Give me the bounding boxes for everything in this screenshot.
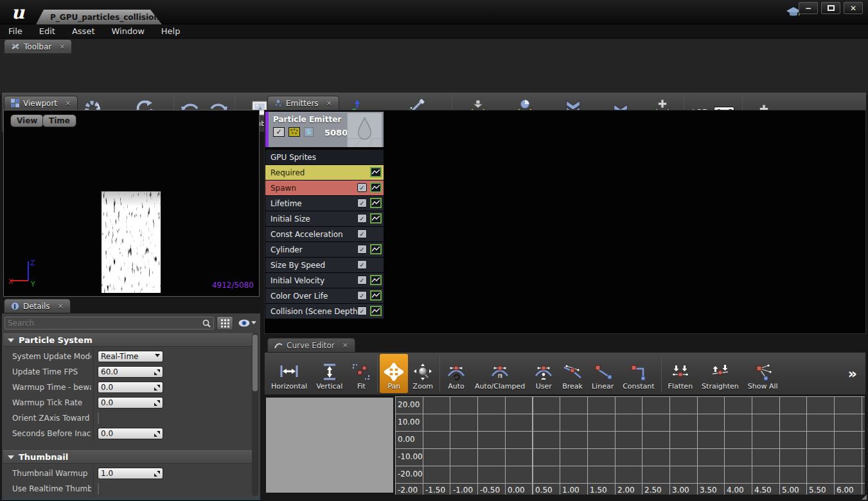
- window-close-button[interactable]: ✕: [844, 2, 863, 14]
- menu-window[interactable]: Window: [103, 26, 153, 36]
- time-menu-button[interactable]: Time: [42, 114, 76, 127]
- close-icon[interactable]: ×: [342, 341, 348, 349]
- module-enabled-checkbox[interactable]: [357, 306, 367, 315]
- system-update-mode-dropdown[interactable]: Real-Time: [98, 351, 163, 362]
- module-color-over-life[interactable]: Color Over Life: [265, 288, 384, 303]
- resize-grip[interactable]: [862, 495, 867, 500]
- module-size-by-speed[interactable]: Size By Speed: [265, 258, 384, 272]
- module-collision-scene-depth[interactable]: Collision (Scene Depth): [265, 304, 384, 319]
- emitter-enabled-checkbox[interactable]: [273, 127, 285, 137]
- menu-help[interactable]: Help: [153, 26, 189, 36]
- menu-file[interactable]: File: [0, 26, 31, 36]
- curve-editor-overflow-button[interactable]: »: [842, 365, 864, 382]
- module-cylinder[interactable]: Cylinder: [265, 242, 384, 257]
- module-enabled-checkbox[interactable]: [357, 245, 367, 254]
- curve-auto-button[interactable]: Auto: [442, 354, 470, 393]
- curve-auto-clamped-button[interactable]: E Auto/Clamped: [470, 354, 529, 393]
- curve-graph-icon[interactable]: [370, 244, 382, 254]
- y-axis-label: -10.00: [398, 452, 423, 461]
- curve-graph-icon[interactable]: [370, 306, 382, 316]
- module-lifetime[interactable]: Lifetime: [265, 196, 384, 211]
- curve-graph-icon[interactable]: [370, 198, 382, 208]
- spinbox-drag-icon[interactable]: [154, 400, 160, 406]
- orient-zaxis-checkbox[interactable]: [98, 413, 99, 423]
- search-field[interactable]: [4, 317, 214, 330]
- module-enabled-checkbox[interactable]: [357, 276, 367, 285]
- curve-graph-icon[interactable]: [370, 182, 382, 193]
- module-enabled-checkbox[interactable]: [357, 229, 367, 238]
- module-spawn[interactable]: Spawn: [265, 180, 384, 195]
- close-icon[interactable]: ×: [65, 99, 71, 107]
- toolbar-tab[interactable]: Toolbar ×: [4, 39, 72, 53]
- tangent-auto-clamped-icon: E: [490, 363, 509, 381]
- close-icon[interactable]: ×: [58, 302, 64, 310]
- module-const-acceleration[interactable]: Const Acceleration: [265, 227, 384, 242]
- curve-linear-button[interactable]: Linear: [587, 354, 618, 393]
- curve-show-all-button[interactable]: Show All: [743, 354, 783, 393]
- category-thumbnail[interactable]: Thumbnail: [3, 450, 254, 464]
- curve-straighten-button[interactable]: Straighten: [697, 354, 743, 393]
- view-menu-button[interactable]: View: [10, 114, 44, 127]
- module-initial-size[interactable]: Initial Size: [265, 211, 384, 226]
- spinbox-drag-icon[interactable]: [154, 431, 160, 437]
- curve-constant-button[interactable]: Constant: [618, 354, 659, 393]
- curve-fit-button[interactable]: Fit: [347, 354, 375, 393]
- curve-grid[interactable]: 20.00 10.00 0.00 -10.00 -20.00 -2.00 -1.…: [395, 396, 865, 495]
- close-icon[interactable]: ×: [59, 42, 65, 51]
- module-enabled-checkbox[interactable]: [357, 260, 367, 269]
- property-matrix-button[interactable]: [217, 316, 233, 330]
- asset-tab[interactable]: P_GPU_particles_collision ×: [36, 10, 162, 24]
- details-tab[interactable]: i Details ×: [4, 299, 71, 313]
- close-icon[interactable]: ×: [326, 99, 332, 107]
- module-enabled-checkbox[interactable]: [357, 183, 367, 192]
- window-minimize-button[interactable]: −: [799, 2, 818, 14]
- module-enabled-checkbox[interactable]: [357, 214, 367, 223]
- menu-asset[interactable]: Asset: [64, 26, 103, 36]
- warmup-time-spinbox[interactable]: 0.0: [98, 382, 163, 393]
- emitter-material-thumbnail[interactable]: [347, 113, 382, 147]
- curve-track-list[interactable]: [265, 397, 394, 493]
- module-enabled-checkbox[interactable]: [357, 198, 367, 207]
- spinbox-drag-icon[interactable]: [154, 471, 160, 477]
- seconds-before-inactive-spinbox[interactable]: 0.0: [98, 428, 163, 439]
- use-realtime-thumbnail-checkbox[interactable]: [98, 484, 99, 494]
- details-scrollbar[interactable]: [252, 333, 258, 496]
- warmup-tick-rate-spinbox[interactable]: 0.0: [98, 397, 163, 409]
- svg-text:E: E: [499, 374, 502, 378]
- search-input[interactable]: [8, 319, 202, 328]
- viewport-tab[interactable]: Viewport ×: [4, 96, 78, 110]
- curve-graph-icon[interactable]: [370, 290, 382, 301]
- curve-graph-icon[interactable]: [370, 213, 382, 224]
- scrollbar-thumb[interactable]: [252, 335, 258, 391]
- curve-pan-button[interactable]: Pan: [380, 354, 408, 393]
- spinbox-drag-icon[interactable]: [154, 369, 160, 375]
- curve-flatten-button[interactable]: Flatten: [664, 354, 698, 393]
- emitters-canvas[interactable]: Particle Emitter S 5080 GPU Sprites Requ…: [264, 110, 866, 334]
- emitter-solo-button[interactable]: S: [304, 127, 314, 137]
- curve-graph-icon[interactable]: [370, 275, 382, 285]
- emitters-tab[interactable]: Emitters ×: [267, 96, 339, 110]
- svg-text:i: i: [14, 303, 16, 310]
- curve-graph-icon[interactable]: [370, 167, 382, 177]
- curve-zoom-button[interactable]: Zoom: [408, 354, 438, 393]
- emitter-header[interactable]: Particle Emitter S 5080: [265, 112, 384, 148]
- viewport-canvas[interactable]: View Time Z X Y 4912/5080: [3, 110, 260, 297]
- update-time-fps-spinbox[interactable]: 60.0: [98, 366, 163, 378]
- curve-break-button[interactable]: Break: [558, 354, 587, 393]
- close-icon[interactable]: ×: [163, 13, 169, 21]
- category-particle-system[interactable]: Particle System: [3, 333, 254, 347]
- module-required[interactable]: Required: [265, 165, 384, 180]
- thumbnail-warmup-spinbox[interactable]: 1.0: [98, 468, 163, 479]
- view-options-button[interactable]: [236, 319, 256, 327]
- emitter-burst-icon[interactable]: [288, 127, 300, 137]
- curve-vertical-button[interactable]: Vertical: [312, 354, 347, 393]
- module-initial-velocity[interactable]: Initial Velocity: [265, 273, 384, 288]
- module-gpu-sprites[interactable]: GPU Sprites: [265, 150, 384, 164]
- window-restore-button[interactable]: [821, 2, 840, 14]
- curve-user-button[interactable]: User: [529, 354, 558, 393]
- menu-edit[interactable]: Edit: [31, 26, 64, 36]
- curve-editor-tab[interactable]: Curve Editor ×: [267, 338, 355, 352]
- curve-horizontal-button[interactable]: Horizontal: [267, 354, 312, 393]
- module-enabled-checkbox[interactable]: [357, 291, 367, 300]
- spinbox-drag-icon[interactable]: [154, 385, 160, 391]
